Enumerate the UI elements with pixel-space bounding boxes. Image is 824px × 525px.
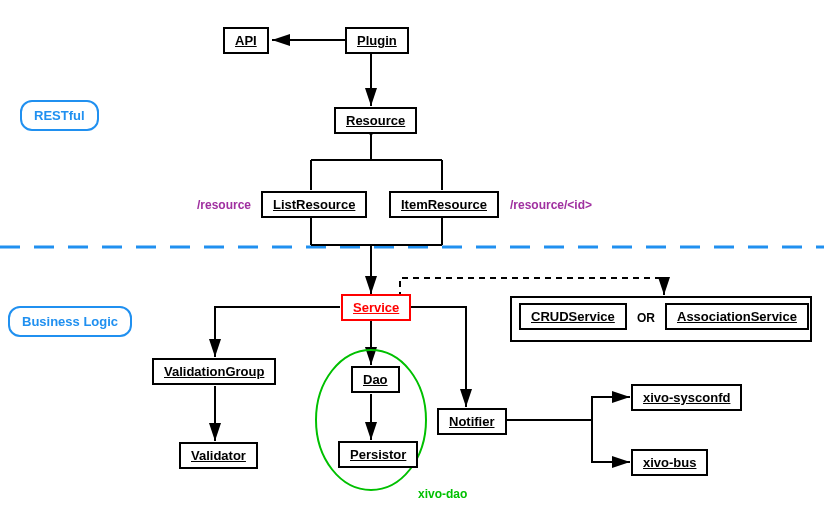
node-crud-service: CRUDService — [519, 303, 627, 330]
diagram-canvas: RESTful Business Logic API Plugin Resour… — [0, 0, 824, 525]
node-list-resource: ListResource — [261, 191, 367, 218]
node-validator: Validator — [179, 442, 258, 469]
edge-notifier-sysconfd — [497, 397, 630, 420]
node-xivo-bus: xivo-bus — [631, 449, 708, 476]
node-validation-group: ValidationGroup — [152, 358, 276, 385]
label-resource-path: /resource — [197, 198, 251, 212]
node-item-resource: ItemResource — [389, 191, 499, 218]
edge-notifier-bus — [592, 420, 630, 462]
edge-service-validation — [215, 307, 340, 357]
node-persistor: Persistor — [338, 441, 418, 468]
node-plugin: Plugin — [345, 27, 409, 54]
edge-service-notifier — [401, 307, 466, 407]
layer-business: Business Logic — [8, 306, 132, 337]
node-xivo-sysconfd: xivo-sysconfd — [631, 384, 742, 411]
layer-restful: RESTful — [20, 100, 99, 131]
node-dao: Dao — [351, 366, 400, 393]
edge-service-crud — [400, 278, 664, 298]
label-item-path: /resource/<id> — [510, 198, 592, 212]
label-xivo-dao: xivo-dao — [418, 487, 467, 501]
node-service: Service — [341, 294, 411, 321]
label-or: OR — [637, 311, 655, 325]
node-resource: Resource — [334, 107, 417, 134]
node-notifier: Notifier — [437, 408, 507, 435]
node-api: API — [223, 27, 269, 54]
node-association-service: AssociationService — [665, 303, 809, 330]
